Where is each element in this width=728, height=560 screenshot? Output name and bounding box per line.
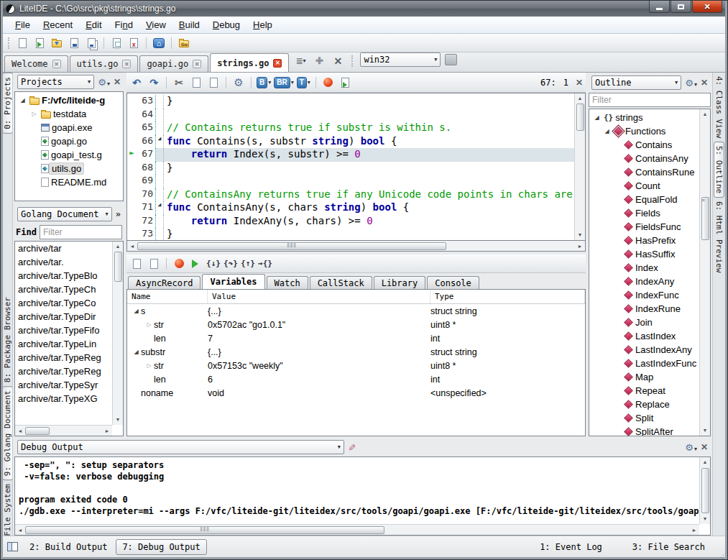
- projects-close-icon[interactable]: ✕: [114, 77, 121, 87]
- doc-list-item[interactable]: archive/tar.TypeCh: [15, 284, 112, 298]
- side-tab-0-projects[interactable]: 0: Projects: [3, 73, 13, 134]
- doc-list-hscrollbar[interactable]: ◄ ►: [15, 425, 112, 436]
- statusbar-button-3-file-search[interactable]: 3: File Search: [627, 540, 711, 554]
- outline-item-lastindexfunc[interactable]: LastIndexFunc: [591, 357, 699, 370]
- tab-strings-go[interactable]: strings.go✕: [210, 53, 289, 72]
- outline-item-count[interactable]: Count: [591, 179, 699, 193]
- scroll-down-icon[interactable]: ▼: [578, 230, 583, 240]
- save-file-icon[interactable]: [67, 36, 81, 50]
- resize-grip[interactable]: ⋰: [720, 551, 727, 559]
- go-package-icon[interactable]: [177, 36, 191, 50]
- menu-item-find[interactable]: Find: [109, 18, 139, 32]
- maximize-button[interactable]: [671, 1, 691, 13]
- docbrowser-combo[interactable]: Golang Document: [17, 207, 112, 221]
- close-all-icon[interactable]: ✕: [331, 54, 345, 68]
- add-tab-icon[interactable]: ✚: [312, 54, 326, 68]
- outline-item-hassuffix[interactable]: HasSuffix: [591, 247, 699, 261]
- outline-item-hasprefix[interactable]: HasPrefix: [591, 234, 699, 247]
- variable-row[interactable]: ▷str0x57153c "weekly"uint8 *: [127, 359, 585, 372]
- scroll-down-icon[interactable]: ▼: [703, 426, 708, 436]
- env-button[interactable]: [445, 54, 457, 65]
- debug-output-vscrollbar[interactable]: ▲ ▼: [699, 457, 710, 524]
- undo-icon[interactable]: ↶: [129, 75, 144, 90]
- menu-item-file[interactable]: File: [9, 18, 37, 32]
- title-bar[interactable]: LiteIDE - C:\Go\src\pkg\strings\strings.…: [3, 1, 725, 17]
- side-tab-9-golang-document[interactable]: 9: Golang Document: [3, 386, 13, 480]
- side-tab-6-html-preview[interactable]: 6: Html Preview: [714, 198, 724, 276]
- doc-list-item[interactable]: archive/tar: [15, 243, 112, 257]
- statusbar-button-1-event-log[interactable]: 1: Event Log: [534, 540, 608, 554]
- export-icon[interactable]: [338, 75, 353, 90]
- outline-item-fields[interactable]: Fields: [591, 206, 699, 220]
- tree-item-goapi-test-g[interactable]: goapi_test.g: [17, 148, 123, 162]
- tree-item-utils-go[interactable]: utils.go: [17, 162, 123, 175]
- code-editor[interactable]: 63}6465// Contains returns true if subst…: [126, 93, 586, 241]
- outline-item-indexfunc[interactable]: IndexFunc: [591, 288, 699, 302]
- outline-item-replace[interactable]: Replace: [591, 398, 699, 411]
- outline-item-splitafter[interactable]: SplitAfter: [591, 425, 699, 436]
- debug-tab-watch[interactable]: Watch: [267, 276, 308, 289]
- doc-list-item[interactable]: archive/tar.TypeBlo: [15, 270, 112, 284]
- save-all-icon[interactable]: [84, 36, 98, 50]
- copy-icon[interactable]: [189, 75, 203, 90]
- statusbar-button-7-debug-output[interactable]: 7: Debug Output: [116, 539, 206, 555]
- side-tab-5-outline[interactable]: 5: Outline: [714, 142, 724, 198]
- doc-list-item[interactable]: archive/tar.TypeLin: [15, 339, 112, 352]
- outline-combo[interactable]: Outline: [591, 75, 681, 90]
- scroll-thumb[interactable]: ⦀⦀⦀: [25, 526, 384, 534]
- editor-hscrollbar[interactable]: ◄ ⦀⦀⦀ ►: [126, 241, 586, 252]
- add-item-icon[interactable]: [129, 257, 144, 271]
- scroll-up-icon[interactable]: ▲: [703, 109, 708, 119]
- menu-item-recent[interactable]: Recent: [37, 18, 79, 32]
- outline-item-lastindex[interactable]: LastIndex: [591, 329, 699, 343]
- open-project-icon[interactable]: [50, 36, 64, 50]
- scroll-thumb[interactable]: ≡: [701, 197, 709, 240]
- debug-output-hscrollbar[interactable]: ◄ ⦀⦀⦀ ►: [15, 524, 699, 535]
- statusbar-button-2-build-output[interactable]: 2: Build Output: [24, 540, 113, 554]
- open-file-icon[interactable]: [32, 36, 47, 50]
- menu-item-view[interactable]: View: [139, 18, 172, 32]
- outline-item-join[interactable]: Join: [591, 316, 699, 329]
- debug-tab-library[interactable]: Library: [374, 276, 426, 289]
- home-icon[interactable]: ⌂: [152, 36, 166, 50]
- variable-row[interactable]: nonamevoid<unspecified>: [127, 386, 585, 400]
- debug-tab-console[interactable]: Console: [427, 276, 479, 289]
- delete-item-icon[interactable]: [147, 257, 161, 271]
- projects-combo[interactable]: Projects: [17, 75, 94, 89]
- variable-row[interactable]: len7int: [127, 331, 585, 345]
- editor-vscrollbar[interactable]: ▲ ▼: [574, 93, 585, 240]
- continue-debug-icon[interactable]: [189, 257, 203, 271]
- variable-row[interactable]: ◢s{...}struct string: [127, 304, 585, 318]
- close-tab-icon[interactable]: ✕: [52, 60, 61, 68]
- stop-debug-icon[interactable]: [172, 257, 186, 271]
- scroll-thumb[interactable]: [25, 427, 50, 435]
- scroll-right-icon[interactable]: ►: [102, 428, 112, 433]
- doc-list-item[interactable]: archive/tar.TypeReg: [15, 352, 112, 366]
- outline-item-repeat[interactable]: Repeat: [591, 384, 699, 398]
- debug-output-text[interactable]: -sep=", ": setup separators -v=false: ve…: [15, 457, 699, 524]
- cut-icon[interactable]: ✂: [172, 75, 186, 90]
- scroll-right-icon[interactable]: ►: [689, 528, 699, 533]
- variable-row[interactable]: ◢substr{...}struct string: [127, 345, 585, 359]
- outline-item-lastindexany[interactable]: LastIndexAny: [591, 343, 699, 357]
- paste-icon[interactable]: [206, 75, 221, 90]
- outline-item-map[interactable]: Map: [591, 370, 699, 384]
- tree-item-f-vfc-liteide-g[interactable]: ◢F:/vfc/liteide-g: [17, 93, 123, 107]
- close-tab-icon[interactable]: ✕: [273, 59, 282, 68]
- scroll-up-icon[interactable]: ▲: [578, 93, 583, 104]
- tab-utils-go[interactable]: utils.go✕: [70, 55, 139, 72]
- redo-icon[interactable]: ↷: [147, 75, 161, 90]
- debug-output-gear-icon[interactable]: ⚙▾: [685, 443, 697, 452]
- run-to-line-icon[interactable]: →{}: [258, 257, 272, 271]
- scroll-down-icon[interactable]: ▼: [116, 415, 121, 425]
- outline-close-icon[interactable]: ✕: [701, 78, 708, 88]
- outline-vscrollbar[interactable]: ▲ ≡ ▼: [699, 109, 710, 436]
- doc-list-item[interactable]: archive/tar.TypeFifo: [15, 325, 112, 339]
- outline-item-indexrune[interactable]: IndexRune: [591, 302, 699, 316]
- scroll-left-icon[interactable]: ◄: [127, 244, 137, 249]
- tab-welcome[interactable]: Welcome✕: [4, 55, 68, 72]
- close-tab-icon[interactable]: ✕: [193, 60, 201, 68]
- step-into-icon[interactable]: {↓}: [206, 257, 221, 271]
- scroll-up-icon[interactable]: ▲: [116, 242, 121, 252]
- record-icon[interactable]: [321, 75, 336, 90]
